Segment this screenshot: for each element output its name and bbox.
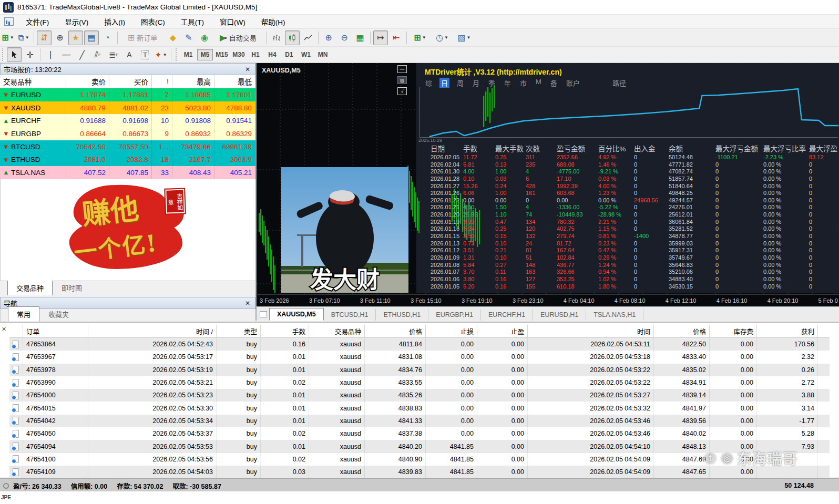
new-chart-button[interactable]: ⊞▼ <box>1 30 15 45</box>
order-row[interactable]: 47653978 2026.02.05 04:53:19 buy 0.01 xa… <box>9 364 830 376</box>
col-bid[interactable]: 卖价 <box>66 75 109 88</box>
stats-period-button[interactable]: 日 <box>439 78 449 88</box>
menu-item[interactable]: 文件(F) <box>18 14 57 29</box>
col-open-time[interactable]: 时间 / <box>88 325 217 338</box>
order-row[interactable]: 47654042 2026.02.05 04:53:34 buy 0.01 xa… <box>9 415 830 427</box>
timeframe-button[interactable]: M1 <box>180 49 196 60</box>
stats-period-button[interactable]: M <box>534 78 543 88</box>
timeframe-button[interactable]: M30 <box>231 49 247 60</box>
market-row[interactable]: EURGBP 0.86664 0.86673 9 0.86932 0.86329 <box>0 127 255 140</box>
stats-period-button[interactable]: 年 <box>503 78 513 88</box>
timeframe-button[interactable]: D1 <box>281 49 297 60</box>
zoom-in-button[interactable]: ⊕ <box>321 30 336 45</box>
channel-button[interactable]: ⫽E <box>90 47 105 62</box>
arrows-button[interactable]: ✦▼ <box>154 47 168 62</box>
autotrading-button[interactable]: ▶●自动交易 <box>213 30 263 45</box>
market-watch-button[interactable]: ⇵ <box>37 30 52 45</box>
stats-period-button[interactable]: 市 <box>518 78 528 88</box>
col-profit[interactable]: 获利 <box>757 325 818 338</box>
col-close-price[interactable]: 价格 <box>654 325 710 338</box>
timeframe-button[interactable]: M15 <box>214 49 230 60</box>
brush-icon[interactable]: ▨ <box>397 76 407 84</box>
chart-tab[interactable]: BTCUSD,H1 <box>324 309 376 321</box>
col-low[interactable]: 最低 <box>214 75 255 88</box>
col-swap[interactable]: 库存费 <box>710 325 757 338</box>
horizontal-line-button[interactable]: — <box>59 47 74 62</box>
menu-item[interactable]: 插入(I) <box>96 14 133 29</box>
col-lots[interactable]: 手数 <box>261 325 309 338</box>
col-ask[interactable]: 买价 <box>109 75 152 88</box>
chart-shift-button[interactable]: ⇤ <box>389 30 404 45</box>
crosshair-button[interactable]: ✛ <box>23 47 37 62</box>
text-label-button[interactable]: T <box>138 47 152 62</box>
chart-tab[interactable]: EURUSD,H1 <box>533 309 586 321</box>
col-tp[interactable]: 止盈 <box>477 325 528 338</box>
periods-button[interactable]: ◷▼ <box>432 30 453 45</box>
cursor-button[interactable] <box>7 47 22 62</box>
signals-button[interactable]: ◉ <box>197 30 212 45</box>
col-close-time[interactable]: 时间 <box>528 325 654 338</box>
minimize-icon[interactable]: — <box>397 65 407 73</box>
strategy-tester-button[interactable]: ◔ <box>100 30 115 45</box>
col-symbol[interactable]: 交易品种 <box>309 325 365 338</box>
timeframe-button[interactable]: M5 <box>197 49 213 60</box>
check-icon[interactable]: √ <box>397 87 407 95</box>
stats-period-button[interactable]: 账户 <box>565 78 581 88</box>
timeframe-button[interactable]: W1 <box>298 49 314 60</box>
tile-windows-button[interactable]: ▦ <box>353 30 367 45</box>
chart-area[interactable]: XAUUSD,M5 — ▨ √ <box>255 63 839 294</box>
line-chart-button[interactable] <box>301 30 315 45</box>
col-order[interactable]: 订单 <box>23 325 88 338</box>
metaeditor-button[interactable]: ✎ <box>181 30 196 45</box>
panel-tab[interactable]: 常用 <box>8 306 39 322</box>
market-row[interactable]: BTCUSD 70542.50 70557.50 1... 73479.66 6… <box>0 140 255 153</box>
order-row[interactable]: 47654015 2026.02.05 04:53:30 buy 0.01 xa… <box>9 402 830 414</box>
terminal-button[interactable]: ▤ <box>84 30 99 45</box>
menu-item[interactable]: 显示(V) <box>57 14 96 29</box>
close-icon[interactable]: ✕ <box>243 300 252 307</box>
zoom-out-button[interactable]: ⊖ <box>337 30 352 45</box>
auto-scroll-button[interactable]: ↦ <box>373 30 388 45</box>
timeframe-button[interactable]: MN <box>315 49 331 60</box>
order-row[interactable]: 47654050 2026.02.05 04:53:37 buy 0.02 xa… <box>9 427 830 440</box>
candlestick-chart-button[interactable] <box>285 30 300 45</box>
menu-item[interactable]: 工具(T) <box>173 14 212 29</box>
panel-tab[interactable]: 交易品种 <box>7 280 53 295</box>
vertical-line-button[interactable]: | <box>43 47 58 62</box>
path-button[interactable]: 路径 <box>612 78 626 88</box>
profiles-button[interactable]: ⧉▼ <box>16 30 31 45</box>
stats-period-button[interactable]: 月 <box>471 78 481 88</box>
col-sl[interactable]: 止损 <box>426 325 477 338</box>
chart-tab[interactable]: EURGBP,H1 <box>428 309 481 321</box>
col-open-price[interactable]: 价格 <box>365 325 426 338</box>
order-row[interactable]: 47653990 2026.02.05 04:53:21 buy 0.02 xa… <box>9 376 830 389</box>
order-row[interactable]: 47653967 2026.02.05 04:53:17 buy 0.01 xa… <box>9 351 830 363</box>
market-row[interactable]: EURCHF 0.91688 0.91698 10 0.91808 0.9154… <box>0 114 255 127</box>
timeframe-button[interactable]: H1 <box>248 49 263 60</box>
indicators-button[interactable]: ⊞▼ <box>410 30 431 45</box>
fibonacci-button[interactable]: ≣F <box>106 47 121 62</box>
timeframe-button[interactable]: H4 <box>264 49 280 60</box>
order-row[interactable]: 47653864 2026.02.05 04:52:43 buy 0.16 xa… <box>9 338 830 351</box>
text-button[interactable]: A <box>122 47 137 62</box>
chart-window-icon[interactable] <box>260 311 267 317</box>
menu-item[interactable]: 帮助(H) <box>253 14 293 29</box>
data-window-button[interactable]: ⊕ <box>53 30 67 45</box>
navigator-button[interactable]: ★ <box>68 30 83 45</box>
chart-tab[interactable]: TSLA.NAS,H1 <box>586 309 643 321</box>
templates-button[interactable]: ▧▼ <box>454 30 475 45</box>
panel-tab[interactable]: 收藏夹 <box>39 306 78 322</box>
bar-chart-button[interactable] <box>269 30 284 45</box>
col-symbol[interactable]: 交易品种 <box>0 75 66 88</box>
stats-period-button[interactable]: 综 <box>424 78 434 88</box>
col-type[interactable]: 类型 <box>217 325 261 338</box>
market-row[interactable]: EURUSD 1.17874 1.17881 7 1.18085 1.17801 <box>0 88 255 101</box>
close-icon[interactable]: ✕ <box>2 326 6 333</box>
market-row[interactable]: XAUUSD 4880.79 4881.02 23 5023.80 4788.8… <box>0 101 255 115</box>
order-row[interactable]: 47654000 2026.02.05 04:53:23 buy 0.01 xa… <box>9 389 830 402</box>
stats-period-button[interactable]: 备 <box>549 78 559 88</box>
market-row[interactable]: ETHUSD 2081.0 2082.8 18 2167.7 2063.9 <box>0 153 255 166</box>
col-spread[interactable]: ! <box>152 75 172 88</box>
menu-item[interactable]: 窗口(W) <box>212 14 253 29</box>
new-order-button[interactable]: ⊞新订单 <box>120 30 165 45</box>
